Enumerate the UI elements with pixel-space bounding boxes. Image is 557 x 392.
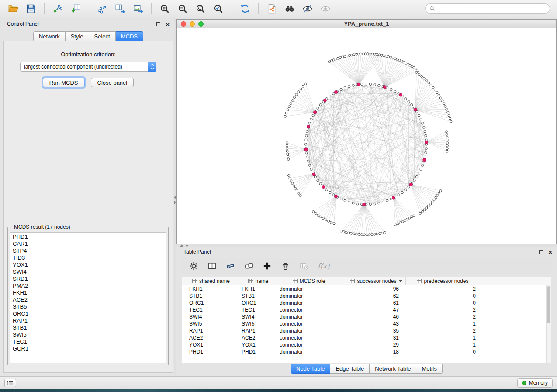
leaf-node[interactable] — [438, 94, 440, 96]
leaf-node[interactable] — [358, 233, 360, 235]
table-cell[interactable]: 31 — [341, 335, 406, 341]
ring-node[interactable] — [405, 98, 407, 100]
table-cell[interactable]: 43 — [341, 321, 406, 327]
leaf-node[interactable] — [431, 201, 433, 203]
ring-node[interactable] — [394, 90, 396, 93]
leaf-node[interactable] — [287, 158, 290, 160]
leaf-node[interactable] — [406, 218, 408, 220]
ring-node[interactable] — [305, 139, 307, 141]
leaf-node[interactable] — [328, 220, 330, 222]
mcds-result-node[interactable]: TEC1 — [10, 338, 166, 345]
leaf-node[interactable] — [429, 203, 432, 205]
leaf-node[interactable] — [383, 55, 385, 57]
leaf-node[interactable] — [426, 79, 428, 82]
table-cell[interactable]: ORC1 — [240, 300, 277, 306]
table-cell[interactable]: 0 — [406, 300, 480, 306]
leaf-node[interactable] — [302, 85, 304, 87]
leaf-node[interactable] — [325, 219, 327, 221]
ring-node[interactable] — [361, 83, 363, 85]
search-input[interactable] — [438, 6, 546, 12]
table-cell[interactable]: ORC1 — [182, 300, 240, 306]
leaf-node[interactable] — [411, 216, 413, 218]
leaf-node[interactable] — [298, 91, 300, 93]
table-cell[interactable]: dominator — [277, 293, 341, 299]
ring-node[interactable] — [306, 156, 308, 158]
table-cell[interactable]: 46 — [341, 314, 406, 320]
leaf-node[interactable] — [320, 216, 322, 218]
hub-node[interactable] — [383, 86, 386, 89]
ring-node[interactable] — [408, 100, 410, 103]
leaf-node[interactable] — [328, 61, 330, 63]
leaf-node[interactable] — [285, 112, 287, 114]
leaf-node[interactable] — [448, 114, 450, 117]
tab-style[interactable]: Style — [66, 31, 89, 41]
column-header-name[interactable]: name — [240, 277, 277, 285]
table-cell[interactable]: YOX1 — [240, 342, 277, 348]
ring-node[interactable] — [310, 168, 312, 170]
table-cell[interactable]: dominator — [277, 314, 341, 320]
leaf-node[interactable] — [288, 106, 290, 108]
leaf-node[interactable] — [408, 217, 411, 219]
tab-network-table[interactable]: Network Table — [370, 364, 416, 374]
leaf-node[interactable] — [423, 209, 426, 211]
table-row[interactable]: ACE2ACE2connector311 — [182, 334, 551, 341]
leaf-node[interactable] — [374, 233, 376, 235]
leaf-node[interactable] — [333, 223, 335, 225]
leaf-node[interactable] — [299, 195, 301, 197]
ring-node[interactable] — [306, 131, 308, 133]
import-network-button[interactable] — [50, 2, 66, 15]
mcds-result-node[interactable]: SWI5 — [10, 331, 166, 338]
leaf-node[interactable] — [436, 92, 438, 94]
leaf-node[interactable] — [304, 83, 307, 85]
leaf-node[interactable] — [353, 54, 355, 56]
delete-column-button[interactable] — [281, 261, 290, 271]
leaf-node[interactable] — [284, 115, 286, 117]
leaf-node[interactable] — [330, 221, 332, 224]
leaf-node[interactable] — [369, 53, 371, 55]
leaf-node[interactable] — [446, 142, 448, 144]
ring-node[interactable] — [386, 199, 388, 202]
hub-node[interactable] — [357, 83, 360, 86]
hub-node[interactable] — [323, 99, 326, 102]
mcds-result-node[interactable]: STB5 — [10, 303, 166, 310]
collapse-up-icon[interactable] — [180, 244, 183, 247]
table-row[interactable]: ORC1ORC1dominator610 — [182, 299, 551, 306]
leaf-node[interactable] — [404, 220, 406, 222]
leaf-node[interactable] — [421, 210, 423, 213]
hub-node[interactable] — [314, 111, 317, 114]
ring-node[interactable] — [305, 151, 308, 154]
column-header-successor-nodes[interactable]: successor nodes — [341, 277, 406, 285]
mcds-result-node[interactable]: STB1 — [10, 324, 166, 331]
hub-node[interactable] — [307, 125, 310, 128]
table-cell[interactable]: SWI4 — [240, 314, 277, 320]
mcds-result-node[interactable]: SWI4 — [10, 268, 166, 275]
leaf-node[interactable] — [374, 53, 376, 55]
table-cell[interactable]: RAP1 — [240, 328, 277, 334]
table-row[interactable]: SWI4SWI4dominator462 — [182, 313, 551, 320]
tab-edge-table[interactable]: Edge Table — [330, 364, 370, 374]
ring-node[interactable] — [423, 126, 425, 128]
leaf-node[interactable] — [436, 194, 439, 196]
leaf-node[interactable] — [315, 213, 317, 215]
ring-node[interactable] — [425, 151, 427, 154]
ring-node[interactable] — [305, 134, 308, 137]
leaf-node[interactable] — [322, 217, 324, 220]
table-cell[interactable]: connector — [277, 342, 341, 348]
table-settings-button[interactable] — [189, 261, 198, 271]
leaf-node[interactable] — [363, 234, 365, 236]
leaf-node[interactable] — [355, 233, 357, 235]
leaf-node[interactable] — [392, 57, 394, 59]
leaf-node[interactable] — [446, 139, 448, 141]
minimize-window-button[interactable] — [190, 21, 195, 27]
leaf-node[interactable] — [357, 53, 360, 55]
leaf-node[interactable] — [368, 234, 370, 236]
leaf-node[interactable] — [447, 111, 449, 113]
mcds-result-node[interactable]: ACE2 — [10, 296, 166, 303]
hub-node[interactable] — [392, 196, 395, 199]
leaf-node[interactable] — [289, 177, 291, 179]
table-cell[interactable]: dominator — [277, 300, 341, 306]
leaf-node[interactable] — [291, 100, 294, 102]
table-cell[interactable]: 47 — [341, 307, 406, 313]
leaf-node[interactable] — [360, 234, 363, 236]
table-cell[interactable]: FKH1 — [182, 286, 240, 292]
